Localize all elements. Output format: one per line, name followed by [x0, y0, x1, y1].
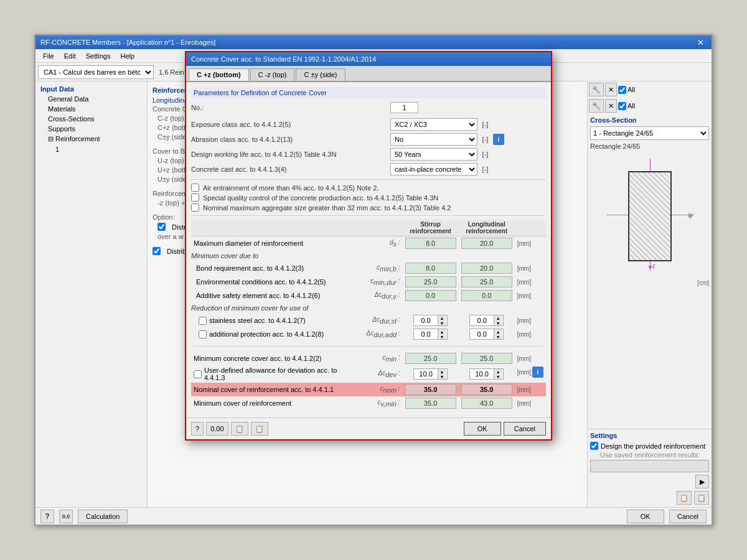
menu-settings[interactable]: Settings [81, 51, 116, 61]
nominal-val2: 35.0 [459, 383, 515, 396]
rp-btn-3[interactable]: 🔧 [589, 99, 604, 113]
rp-btn-4[interactable]: ✕ [605, 99, 617, 113]
modal-copy-btn1[interactable]: 📋 [231, 422, 248, 436]
addprot-up1[interactable]: ▲ [438, 329, 446, 334]
stainless-up2[interactable]: ▲ [494, 315, 502, 320]
stainless-dn2[interactable]: ▼ [494, 320, 502, 325]
userdef-dn2[interactable]: ▼ [494, 374, 502, 379]
env-label: Environmental conditions acc. to 4.4.1.2… [191, 275, 360, 289]
env-val1: 25.0 [403, 275, 459, 289]
th-sym [360, 220, 403, 236]
modal-cancel-button[interactable]: Cancel [504, 422, 546, 436]
bond-unit: [mm] [515, 261, 546, 275]
bond-val2: 20.0 [459, 261, 515, 275]
userdef-dn1[interactable]: ▼ [438, 374, 446, 379]
env-sym: cmin,dur : [360, 275, 403, 289]
abrasion-info-btn[interactable]: i [493, 134, 504, 145]
calculation-button[interactable]: Calculation [78, 510, 128, 523]
addprot-checkbox[interactable] [199, 330, 207, 338]
userdef-up2[interactable]: ▲ [494, 369, 502, 374]
addprot-val2[interactable]: ▲ ▼ [459, 327, 515, 341]
sidebar-item-1[interactable]: 1 [38, 144, 144, 154]
menu-file[interactable]: File [38, 51, 59, 61]
cancel-button[interactable]: Cancel [669, 510, 707, 523]
th-unit [515, 220, 546, 236]
saved-results-input[interactable] [590, 460, 709, 472]
aggregate-size-checkbox[interactable] [191, 203, 199, 212]
quality-control-checkbox[interactable] [191, 194, 199, 202]
cross-section-select[interactable]: 1 - Rectangle 24/65 [590, 126, 709, 140]
help-button2[interactable]: 0.0 [59, 510, 73, 523]
modal-ok-button[interactable]: OK [464, 422, 501, 436]
addprot-up2[interactable]: ▲ [494, 329, 502, 334]
th-label [191, 220, 360, 236]
no-value[interactable]: 1 [390, 102, 418, 113]
min-cov-val1: 25.0 [403, 352, 459, 365]
stainless-checkbox[interactable] [199, 317, 207, 325]
help-button[interactable]: ? [40, 510, 54, 523]
rp-btn-2[interactable]: ✕ [605, 83, 617, 96]
abrasion-select[interactable]: No [390, 133, 477, 146]
userdef-val1[interactable]: ▲ ▼ [403, 365, 459, 383]
userdef-val2[interactable]: ▲ ▼ [459, 365, 515, 383]
modal-copy-btn2[interactable]: 📋 [251, 422, 268, 436]
stainless-val2[interactable]: ▲ ▼ [459, 314, 515, 327]
max-diameter-row: Maximum diameter of reinforcement ds : 8… [191, 236, 546, 251]
additive-sym: Δcdur,γ : [360, 289, 403, 302]
sidebar-item-supports[interactable]: Supports [38, 124, 144, 134]
design-checkbox[interactable] [590, 442, 598, 450]
exposure-select[interactable]: XC2 / XC3 [390, 118, 477, 131]
concrete-cast-unit: [-] [477, 166, 493, 173]
stainless-steel-row: stainless steel acc. to 4.4.1.2(7) Δcdur… [191, 314, 546, 327]
export-btn2[interactable]: 📋 [694, 491, 709, 505]
userdef-info-btn[interactable]: i [532, 366, 543, 378]
sidebar-item-materials[interactable]: Materials [38, 104, 144, 114]
menu-help[interactable]: Help [115, 51, 139, 61]
userdef-input1[interactable] [414, 369, 438, 379]
tab-c-plus-z-bottom[interactable]: C +z (bottom) [189, 68, 249, 81]
export-btn1[interactable]: 📋 [677, 491, 692, 505]
stainless-input1[interactable] [414, 315, 438, 325]
distribute-full-checkbox[interactable] [153, 247, 161, 255]
addprot-val1[interactable]: ▲ ▼ [403, 327, 459, 341]
all-checkbox1[interactable] [618, 86, 626, 94]
userdef-unit: [mm] i [515, 365, 520, 379]
stainless-input2[interactable] [470, 315, 494, 325]
exposure-label: Exposure class acc. to 4.4.1.2(5) [191, 121, 390, 128]
additive-val2: 0.0 [459, 289, 515, 302]
stainless-dn1[interactable]: ▼ [438, 320, 446, 325]
addprot-input1[interactable] [414, 329, 438, 339]
ca-select[interactable]: CA1 - Calcul des barres en bétc [38, 65, 154, 79]
bond-val1: 8.0 [403, 261, 459, 275]
addprot-dn2[interactable]: ▼ [494, 334, 502, 339]
all-checkbox2[interactable] [618, 102, 626, 110]
additional-protection-row: additional protection acc. to 4.4.1.2(8)… [191, 327, 546, 341]
tab-c-pm-y-side[interactable]: C ±y (side) [296, 68, 345, 81]
userdef-input2[interactable] [470, 369, 494, 379]
modal-help-btn[interactable]: ? [191, 422, 204, 436]
userdef-up1[interactable]: ▲ [438, 369, 446, 374]
app-close-button[interactable]: ✕ [695, 38, 707, 47]
sidebar-item-reinforcement[interactable]: ⊟ Reinforcement [38, 134, 144, 144]
concrete-cast-select[interactable]: cast-in-place concrete [390, 163, 477, 175]
tab-c-minus-z-top[interactable]: C -z (top) [250, 68, 295, 81]
sidebar-item-cross-sections[interactable]: Cross-Sections [38, 114, 144, 124]
settings-action-btn[interactable]: ▶ [695, 475, 709, 488]
design-life-select[interactable]: 50 Years [390, 148, 477, 161]
rp-btn-1[interactable]: 🔧 [589, 83, 604, 96]
sidebar-item-general-data[interactable]: General Data [38, 94, 144, 104]
userdef-checkbox[interactable] [194, 370, 202, 378]
right-panel-top: Cross-Section 1 - Rectangle 24/65 Rectan… [588, 114, 712, 429]
air-entrainment-checkbox[interactable] [191, 184, 199, 192]
ok-button[interactable]: OK [627, 510, 664, 523]
addprot-input2[interactable] [470, 329, 494, 339]
modal-num-btn[interactable]: 0.00 [206, 422, 228, 436]
addprot-dn1[interactable]: ▼ [438, 334, 446, 339]
addprot-sym: Δcdur,add : [360, 327, 403, 341]
th-longitudinal: Longitudinalreinforcement [459, 220, 515, 236]
stainless-val1[interactable]: ▲ ▼ [403, 314, 459, 327]
menu-edit[interactable]: Edit [59, 51, 81, 61]
stainless-up1[interactable]: ▲ [438, 315, 446, 320]
distribute-checkbox[interactable] [157, 223, 166, 231]
addprot-label: additional protection acc. to 4.4.1.2(8) [191, 327, 360, 341]
